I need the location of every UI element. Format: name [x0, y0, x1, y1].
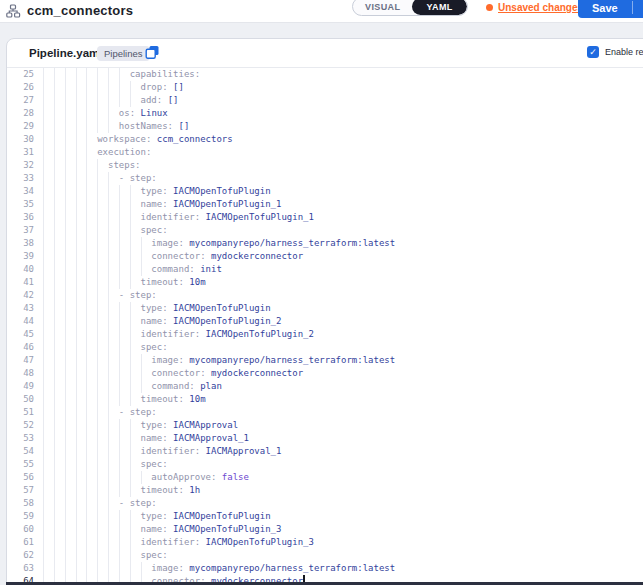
- yaml-line[interactable]: 49 command: plan: [7, 380, 643, 393]
- toggle-yaml[interactable]: YAML: [412, 0, 466, 15]
- yaml-line[interactable]: 26 drop: []: [7, 81, 643, 94]
- yaml-line[interactable]: 62 spec:: [7, 549, 643, 562]
- yaml-line[interactable]: 47 image: mycompanyrepo/harness_terrafor…: [7, 354, 643, 367]
- line-number[interactable]: 62: [7, 549, 34, 562]
- save-dropdown-button[interactable]: [633, 5, 643, 11]
- yaml-code[interactable]: command: init: [43, 263, 643, 276]
- line-number[interactable]: 50: [7, 393, 34, 406]
- yaml-code[interactable]: add: []: [43, 94, 643, 107]
- yaml-code[interactable]: spec:: [43, 458, 643, 471]
- yaml-line[interactable]: 32 steps:: [7, 159, 643, 172]
- line-number[interactable]: 29: [7, 120, 34, 133]
- yaml-line[interactable]: 38 image: mycompanyrepo/harness_terrafor…: [7, 237, 643, 250]
- yaml-code[interactable]: spec:: [43, 341, 643, 354]
- line-number[interactable]: 32: [7, 159, 34, 172]
- line-number[interactable]: 56: [7, 471, 34, 484]
- yaml-code[interactable]: spec:: [43, 224, 643, 237]
- yaml-line[interactable]: 41 timeout: 10m: [7, 276, 643, 289]
- line-number[interactable]: 35: [7, 198, 34, 211]
- line-number[interactable]: 28: [7, 107, 34, 120]
- line-number[interactable]: 53: [7, 432, 34, 445]
- yaml-code[interactable]: autoApprove: false: [43, 471, 643, 484]
- yaml-code[interactable]: type: IACMApproval: [43, 419, 643, 432]
- yaml-line[interactable]: 53 name: IACMApproval_1: [7, 432, 643, 445]
- yaml-line[interactable]: 48 connector: mydockerconnector: [7, 367, 643, 380]
- yaml-code[interactable]: image: mycompanyrepo/harness_terraform:l…: [43, 562, 643, 575]
- line-number[interactable]: 30: [7, 133, 34, 146]
- yaml-line[interactable]: 39 connector: mydockerconnector: [7, 250, 643, 263]
- line-number[interactable]: 49: [7, 380, 34, 393]
- line-number[interactable]: 60: [7, 523, 34, 536]
- line-number[interactable]: 52: [7, 419, 34, 432]
- yaml-line[interactable]: 35 name: IACMOpenTofuPlugin_1: [7, 198, 643, 211]
- line-number[interactable]: 41: [7, 276, 34, 289]
- yaml-code[interactable]: hostNames: []: [43, 120, 643, 133]
- yaml-code[interactable]: execution:: [43, 146, 643, 159]
- line-number[interactable]: 26: [7, 81, 34, 94]
- yaml-line[interactable]: 43 type: IACMOpenTofuPlugin: [7, 302, 643, 315]
- yaml-line[interactable]: 56 autoApprove: false: [7, 471, 643, 484]
- yaml-line[interactable]: 28 os: Linux: [7, 107, 643, 120]
- yaml-line[interactable]: 45 identifier: IACMOpenTofuPlugin_2: [7, 328, 643, 341]
- yaml-code[interactable]: - step:: [43, 497, 643, 510]
- line-number[interactable]: 42: [7, 289, 34, 302]
- copy-icon[interactable]: [145, 45, 160, 60]
- line-number[interactable]: 61: [7, 536, 34, 549]
- line-number[interactable]: 63: [7, 562, 34, 575]
- line-number[interactable]: 45: [7, 328, 34, 341]
- yaml-line[interactable]: 61 identifier: IACMOpenTofuPlugin_3: [7, 536, 643, 549]
- line-number[interactable]: 58: [7, 497, 34, 510]
- yaml-line[interactable]: 46 spec:: [7, 341, 643, 354]
- line-number[interactable]: 46: [7, 341, 34, 354]
- yaml-code[interactable]: identifier: IACMOpenTofuPlugin_1: [43, 211, 643, 224]
- yaml-editor[interactable]: 25 capabilities:26 drop: []27 add: []28 …: [7, 68, 643, 585]
- yaml-line[interactable]: 31 execution:: [7, 146, 643, 159]
- yaml-code[interactable]: type: IACMOpenTofuPlugin: [43, 302, 643, 315]
- line-number[interactable]: 54: [7, 445, 34, 458]
- yaml-code[interactable]: drop: []: [43, 81, 643, 94]
- yaml-line[interactable]: 27 add: []: [7, 94, 643, 107]
- yaml-line[interactable]: 55 spec:: [7, 458, 643, 471]
- yaml-code[interactable]: connector: mydockerconnector: [43, 250, 643, 263]
- yaml-code[interactable]: identifier: IACMApproval_1: [43, 445, 643, 458]
- yaml-code[interactable]: - step:: [43, 289, 643, 302]
- yaml-line[interactable]: 54 identifier: IACMApproval_1: [7, 445, 643, 458]
- yaml-code[interactable]: type: IACMOpenTofuPlugin: [43, 185, 643, 198]
- yaml-code[interactable]: timeout: 10m: [43, 276, 643, 289]
- yaml-code[interactable]: identifier: IACMOpenTofuPlugin_2: [43, 328, 643, 341]
- line-number[interactable]: 34: [7, 185, 34, 198]
- yaml-line[interactable]: 58 - step:: [7, 497, 643, 510]
- line-number[interactable]: 57: [7, 484, 34, 497]
- line-number[interactable]: 59: [7, 510, 34, 523]
- line-number[interactable]: 27: [7, 94, 34, 107]
- line-number[interactable]: 43: [7, 302, 34, 315]
- yaml-code[interactable]: connector: mydockerconnector: [43, 367, 643, 380]
- visual-yaml-toggle[interactable]: VISUAL YAML: [352, 0, 468, 16]
- yaml-line[interactable]: 50 timeout: 10m: [7, 393, 643, 406]
- unsaved-changes[interactable]: Unsaved changes: [486, 2, 583, 13]
- line-number[interactable]: 40: [7, 263, 34, 276]
- yaml-line[interactable]: 37 spec:: [7, 224, 643, 237]
- yaml-code[interactable]: image: mycompanyrepo/harness_terraform:l…: [43, 354, 643, 367]
- yaml-code[interactable]: identifier: IACMOpenTofuPlugin_3: [43, 536, 643, 549]
- yaml-line[interactable]: 51 - step:: [7, 406, 643, 419]
- yaml-line[interactable]: 40 command: init: [7, 263, 643, 276]
- line-number[interactable]: 55: [7, 458, 34, 471]
- yaml-line[interactable]: 52 type: IACMApproval: [7, 419, 643, 432]
- line-number[interactable]: 48: [7, 367, 34, 380]
- yaml-code[interactable]: workspace: ccm_connectors: [43, 133, 643, 146]
- yaml-code[interactable]: name: IACMOpenTofuPlugin_3: [43, 523, 643, 536]
- yaml-line[interactable]: 59 type: IACMOpenTofuPlugin: [7, 510, 643, 523]
- yaml-code[interactable]: name: IACMOpenTofuPlugin_2: [43, 315, 643, 328]
- yaml-line[interactable]: 33 - step:: [7, 172, 643, 185]
- unsaved-changes-link[interactable]: Unsaved changes: [498, 2, 583, 13]
- yaml-code[interactable]: image: mycompanyrepo/harness_terraform:l…: [43, 237, 643, 250]
- yaml-code[interactable]: timeout: 10m: [43, 393, 643, 406]
- yaml-code[interactable]: - step:: [43, 406, 643, 419]
- yaml-line[interactable]: 63 image: mycompanyrepo/harness_terrafor…: [7, 562, 643, 575]
- yaml-line[interactable]: 57 timeout: 1h: [7, 484, 643, 497]
- yaml-line[interactable]: 60 name: IACMOpenTofuPlugin_3: [7, 523, 643, 536]
- line-number[interactable]: 51: [7, 406, 34, 419]
- line-number[interactable]: 38: [7, 237, 34, 250]
- yaml-line[interactable]: 42 - step:: [7, 289, 643, 302]
